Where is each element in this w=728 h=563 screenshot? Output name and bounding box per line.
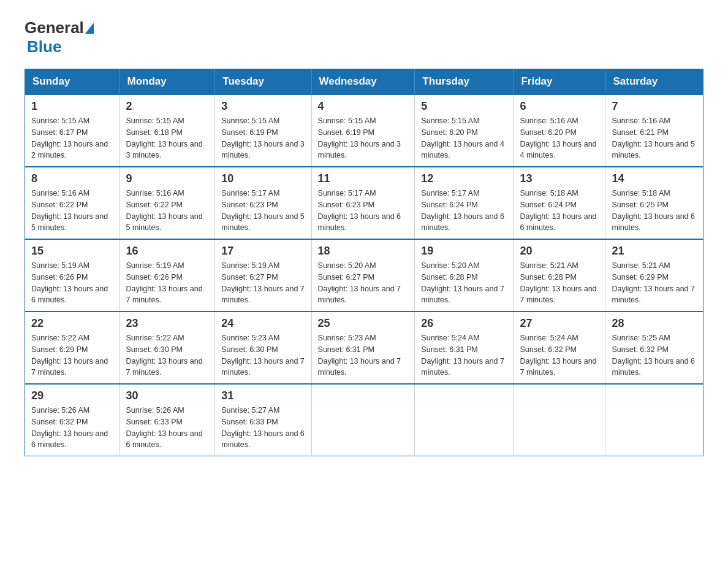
calendar-cell: 30 Sunrise: 5:26 AMSunset: 6:33 PMDaylig… bbox=[119, 384, 215, 456]
day-number: 18 bbox=[318, 245, 409, 258]
day-info: Sunrise: 5:16 AMSunset: 6:22 PMDaylight:… bbox=[31, 188, 113, 234]
day-number: 7 bbox=[612, 100, 697, 113]
header-tuesday: Tuesday bbox=[215, 69, 311, 95]
day-info: Sunrise: 5:23 AMSunset: 6:30 PMDaylight:… bbox=[221, 332, 305, 378]
logo: General Blue bbox=[25, 18, 95, 56]
day-number: 11 bbox=[318, 172, 409, 185]
day-info: Sunrise: 5:15 AMSunset: 6:19 PMDaylight:… bbox=[221, 115, 305, 161]
calendar-cell: 27 Sunrise: 5:24 AMSunset: 6:32 PMDaylig… bbox=[514, 312, 605, 384]
day-info: Sunrise: 5:19 AMSunset: 6:27 PMDaylight:… bbox=[221, 260, 305, 306]
calendar-cell: 28 Sunrise: 5:25 AMSunset: 6:32 PMDaylig… bbox=[605, 312, 703, 384]
day-info: Sunrise: 5:18 AMSunset: 6:24 PMDaylight:… bbox=[520, 188, 599, 234]
day-info: Sunrise: 5:15 AMSunset: 6:19 PMDaylight:… bbox=[318, 115, 409, 161]
day-number: 8 bbox=[31, 172, 113, 185]
calendar-cell: 1 Sunrise: 5:15 AMSunset: 6:17 PMDayligh… bbox=[25, 94, 120, 167]
day-number: 10 bbox=[221, 172, 305, 185]
calendar-cell: 3 Sunrise: 5:15 AMSunset: 6:19 PMDayligh… bbox=[215, 94, 311, 167]
logo-blue-text: Blue bbox=[27, 37, 61, 56]
day-number: 17 bbox=[221, 245, 305, 258]
calendar-week-row: 22 Sunrise: 5:22 AMSunset: 6:29 PMDaylig… bbox=[25, 312, 703, 384]
day-number: 3 bbox=[221, 100, 305, 113]
calendar-cell: 9 Sunrise: 5:16 AMSunset: 6:22 PMDayligh… bbox=[119, 167, 215, 239]
day-number: 14 bbox=[612, 172, 697, 185]
day-number: 29 bbox=[31, 389, 113, 402]
calendar-cell bbox=[311, 384, 415, 456]
day-number: 1 bbox=[31, 100, 113, 113]
calendar-cell: 25 Sunrise: 5:23 AMSunset: 6:31 PMDaylig… bbox=[311, 312, 415, 384]
calendar-week-row: 8 Sunrise: 5:16 AMSunset: 6:22 PMDayligh… bbox=[25, 167, 703, 239]
day-info: Sunrise: 5:18 AMSunset: 6:25 PMDaylight:… bbox=[612, 188, 697, 234]
day-number: 2 bbox=[126, 100, 209, 113]
header-sunday: Sunday bbox=[25, 69, 120, 95]
day-info: Sunrise: 5:21 AMSunset: 6:29 PMDaylight:… bbox=[612, 260, 697, 306]
day-number: 9 bbox=[126, 172, 209, 185]
calendar-cell: 29 Sunrise: 5:26 AMSunset: 6:32 PMDaylig… bbox=[25, 384, 120, 456]
day-info: Sunrise: 5:27 AMSunset: 6:33 PMDaylight:… bbox=[221, 405, 305, 451]
day-number: 12 bbox=[421, 172, 507, 185]
calendar-cell: 19 Sunrise: 5:20 AMSunset: 6:28 PMDaylig… bbox=[415, 239, 514, 312]
day-number: 15 bbox=[31, 245, 113, 258]
day-number: 23 bbox=[126, 317, 209, 330]
day-number: 24 bbox=[221, 317, 305, 330]
day-info: Sunrise: 5:19 AMSunset: 6:26 PMDaylight:… bbox=[31, 260, 113, 306]
day-number: 13 bbox=[520, 172, 599, 185]
day-info: Sunrise: 5:15 AMSunset: 6:20 PMDaylight:… bbox=[421, 115, 507, 161]
calendar-cell: 31 Sunrise: 5:27 AMSunset: 6:33 PMDaylig… bbox=[215, 384, 311, 456]
day-number: 5 bbox=[421, 100, 507, 113]
calendar-cell: 26 Sunrise: 5:24 AMSunset: 6:31 PMDaylig… bbox=[415, 312, 514, 384]
calendar-cell: 7 Sunrise: 5:16 AMSunset: 6:21 PMDayligh… bbox=[605, 94, 703, 167]
calendar-week-row: 29 Sunrise: 5:26 AMSunset: 6:32 PMDaylig… bbox=[25, 384, 703, 456]
calendar-table: SundayMondayTuesdayWednesdayThursdayFrid… bbox=[25, 69, 703, 456]
day-info: Sunrise: 5:22 AMSunset: 6:30 PMDaylight:… bbox=[126, 332, 209, 378]
calendar-cell: 4 Sunrise: 5:15 AMSunset: 6:19 PMDayligh… bbox=[311, 94, 415, 167]
calendar-cell: 5 Sunrise: 5:15 AMSunset: 6:20 PMDayligh… bbox=[415, 94, 514, 167]
day-info: Sunrise: 5:17 AMSunset: 6:23 PMDaylight:… bbox=[221, 188, 305, 234]
header-wednesday: Wednesday bbox=[311, 69, 415, 95]
day-info: Sunrise: 5:20 AMSunset: 6:28 PMDaylight:… bbox=[421, 260, 507, 306]
day-number: 30 bbox=[126, 389, 209, 402]
day-info: Sunrise: 5:16 AMSunset: 6:22 PMDaylight:… bbox=[126, 188, 209, 234]
day-info: Sunrise: 5:15 AMSunset: 6:18 PMDaylight:… bbox=[126, 115, 209, 161]
calendar-cell bbox=[415, 384, 514, 456]
calendar-week-row: 1 Sunrise: 5:15 AMSunset: 6:17 PMDayligh… bbox=[25, 94, 703, 167]
day-number: 6 bbox=[520, 100, 599, 113]
day-number: 25 bbox=[318, 317, 409, 330]
calendar-cell: 23 Sunrise: 5:22 AMSunset: 6:30 PMDaylig… bbox=[119, 312, 215, 384]
day-number: 4 bbox=[318, 100, 409, 113]
day-info: Sunrise: 5:24 AMSunset: 6:31 PMDaylight:… bbox=[421, 332, 507, 378]
day-info: Sunrise: 5:17 AMSunset: 6:23 PMDaylight:… bbox=[318, 188, 409, 234]
day-info: Sunrise: 5:24 AMSunset: 6:32 PMDaylight:… bbox=[520, 332, 599, 378]
day-number: 27 bbox=[520, 317, 599, 330]
logo-triangle-icon bbox=[85, 23, 94, 34]
calendar-cell: 15 Sunrise: 5:19 AMSunset: 6:26 PMDaylig… bbox=[25, 239, 120, 312]
day-number: 16 bbox=[126, 245, 209, 258]
header-saturday: Saturday bbox=[605, 69, 703, 95]
day-info: Sunrise: 5:23 AMSunset: 6:31 PMDaylight:… bbox=[318, 332, 409, 378]
page-header: General Blue bbox=[25, 18, 703, 56]
day-info: Sunrise: 5:26 AMSunset: 6:32 PMDaylight:… bbox=[31, 405, 113, 451]
day-info: Sunrise: 5:20 AMSunset: 6:27 PMDaylight:… bbox=[318, 260, 409, 306]
day-number: 26 bbox=[421, 317, 507, 330]
header-monday: Monday bbox=[119, 69, 215, 95]
day-number: 31 bbox=[221, 389, 305, 402]
day-number: 22 bbox=[31, 317, 113, 330]
calendar-cell: 18 Sunrise: 5:20 AMSunset: 6:27 PMDaylig… bbox=[311, 239, 415, 312]
day-info: Sunrise: 5:21 AMSunset: 6:28 PMDaylight:… bbox=[520, 260, 599, 306]
day-number: 28 bbox=[612, 317, 697, 330]
day-info: Sunrise: 5:17 AMSunset: 6:24 PMDaylight:… bbox=[421, 188, 507, 234]
day-info: Sunrise: 5:15 AMSunset: 6:17 PMDaylight:… bbox=[31, 115, 113, 161]
calendar-cell: 13 Sunrise: 5:18 AMSunset: 6:24 PMDaylig… bbox=[514, 167, 605, 239]
calendar-cell: 20 Sunrise: 5:21 AMSunset: 6:28 PMDaylig… bbox=[514, 239, 605, 312]
calendar-cell: 6 Sunrise: 5:16 AMSunset: 6:20 PMDayligh… bbox=[514, 94, 605, 167]
calendar-cell bbox=[605, 384, 703, 456]
day-info: Sunrise: 5:16 AMSunset: 6:20 PMDaylight:… bbox=[520, 115, 599, 161]
calendar-week-row: 15 Sunrise: 5:19 AMSunset: 6:26 PMDaylig… bbox=[25, 239, 703, 312]
calendar-cell: 24 Sunrise: 5:23 AMSunset: 6:30 PMDaylig… bbox=[215, 312, 311, 384]
calendar-cell: 22 Sunrise: 5:22 AMSunset: 6:29 PMDaylig… bbox=[25, 312, 120, 384]
day-info: Sunrise: 5:19 AMSunset: 6:26 PMDaylight:… bbox=[126, 260, 209, 306]
calendar-cell: 8 Sunrise: 5:16 AMSunset: 6:22 PMDayligh… bbox=[25, 167, 120, 239]
day-info: Sunrise: 5:26 AMSunset: 6:33 PMDaylight:… bbox=[126, 405, 209, 451]
calendar-cell: 12 Sunrise: 5:17 AMSunset: 6:24 PMDaylig… bbox=[415, 167, 514, 239]
calendar-cell: 11 Sunrise: 5:17 AMSunset: 6:23 PMDaylig… bbox=[311, 167, 415, 239]
calendar-cell: 14 Sunrise: 5:18 AMSunset: 6:25 PMDaylig… bbox=[605, 167, 703, 239]
